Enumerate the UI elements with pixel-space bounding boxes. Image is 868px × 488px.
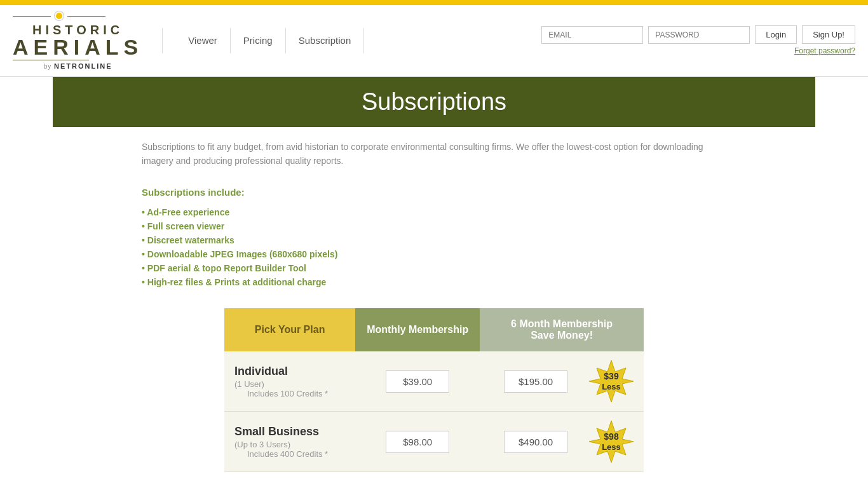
savings-text: $98 Less bbox=[602, 431, 621, 452]
monthly-price-cell-smallbusiness: $98.00 bbox=[355, 412, 480, 472]
email-input[interactable] bbox=[541, 26, 643, 44]
sixmonth-price-cell-smallbusiness: $490.00 $98 Less bbox=[480, 412, 644, 472]
top-bar bbox=[0, 0, 868, 5]
password-input[interactable] bbox=[648, 26, 750, 44]
header-right: Login Sign Up! Forget password? bbox=[541, 25, 855, 55]
forget-password-link[interactable]: Forget password? bbox=[794, 46, 855, 55]
nav-pricing[interactable]: Pricing bbox=[231, 28, 286, 53]
feature-item: Ad-Free experience bbox=[142, 205, 726, 219]
header-inputs: Login Sign Up! bbox=[541, 25, 855, 44]
plan-cell-smallbusiness: Small Business (Up to 3 Users) Includes … bbox=[224, 412, 355, 472]
col-header-monthly: Monthly Membership bbox=[355, 308, 480, 351]
nav-links: Viewer Pricing Subscription bbox=[162, 28, 364, 53]
logo-tagline: by NETRONLINE bbox=[13, 62, 143, 70]
feature-item: High-rez files & Prints at additional ch… bbox=[142, 275, 726, 289]
plan-credits: Includes 100 Credits * bbox=[247, 389, 345, 398]
nav-viewer[interactable]: Viewer bbox=[175, 28, 231, 53]
plan-cell-individual: Individual (1 User) Includes 100 Credits… bbox=[224, 351, 355, 412]
sixmonth-inner: $490.00 $98 Less bbox=[490, 419, 634, 464]
savings-badge-smallbusiness: $98 Less bbox=[589, 419, 634, 464]
feature-item: Full screen viewer bbox=[142, 219, 726, 233]
page-banner: Subscriptions bbox=[53, 77, 815, 127]
nav-subscription[interactable]: Subscription bbox=[286, 28, 365, 53]
pricing-table: Pick Your Plan Monthly Membership 6 Mont… bbox=[224, 308, 644, 472]
table-row: Small Business (Up to 3 Users) Includes … bbox=[224, 412, 644, 472]
sixmonth-price-cell-individual: $195.00 $39 Less bbox=[480, 351, 644, 412]
monthly-price-cell-individual: $39.00 bbox=[355, 351, 480, 412]
login-button[interactable]: Login bbox=[755, 25, 797, 44]
savings-text: $39 Less bbox=[602, 371, 621, 391]
features-section: Subscriptions include: Ad-Free experienc… bbox=[53, 180, 815, 302]
page-wrapper: Subscriptions Subscriptions to fit any b… bbox=[53, 77, 815, 485]
intro-text: Subscriptions to fit any budget, from av… bbox=[53, 127, 815, 181]
pricing-table-container: Pick Your Plan Monthly Membership 6 Mont… bbox=[53, 302, 815, 485]
individual-sixmonth-price-button[interactable]: $195.00 bbox=[504, 370, 567, 393]
individual-monthly-price-button[interactable]: $39.00 bbox=[386, 370, 449, 393]
table-row: Individual (1 User) Includes 100 Credits… bbox=[224, 351, 644, 412]
signup-button[interactable]: Sign Up! bbox=[802, 25, 855, 44]
plan-users: (Up to 3 Users) bbox=[234, 440, 345, 449]
smallbusiness-sixmonth-price-button[interactable]: $490.00 bbox=[504, 431, 567, 453]
logo-line2: AERIALS bbox=[13, 37, 143, 57]
feature-item: Downloadable JPEG Images (680x680 pixels… bbox=[142, 247, 726, 261]
plan-name: Individual bbox=[234, 365, 345, 378]
plan-credits: Includes 400 Credits * bbox=[247, 449, 345, 459]
smallbusiness-monthly-price-button[interactable]: $98.00 bbox=[386, 431, 449, 453]
header: HISTORIC AERIALS by NETRONLINE Viewer Pr… bbox=[0, 5, 868, 77]
col-header-sixmonth: 6 Month Membership Save Money! bbox=[480, 308, 644, 351]
col-header-plan: Pick Your Plan bbox=[224, 308, 355, 351]
feature-item: Discreet watermarks bbox=[142, 233, 726, 247]
logo-area: HISTORIC AERIALS by NETRONLINE bbox=[13, 11, 143, 70]
features-list: Ad-Free experience Full screen viewer Di… bbox=[142, 205, 726, 289]
sixmonth-inner: $195.00 $39 Less bbox=[490, 359, 634, 403]
features-title: Subscriptions include: bbox=[142, 187, 726, 198]
plan-name: Small Business bbox=[234, 425, 345, 438]
plan-users: (1 User) bbox=[234, 379, 345, 389]
feature-item: PDF aerial & topo Report Builder Tool bbox=[142, 261, 726, 275]
savings-badge-individual: $39 Less bbox=[589, 359, 634, 403]
